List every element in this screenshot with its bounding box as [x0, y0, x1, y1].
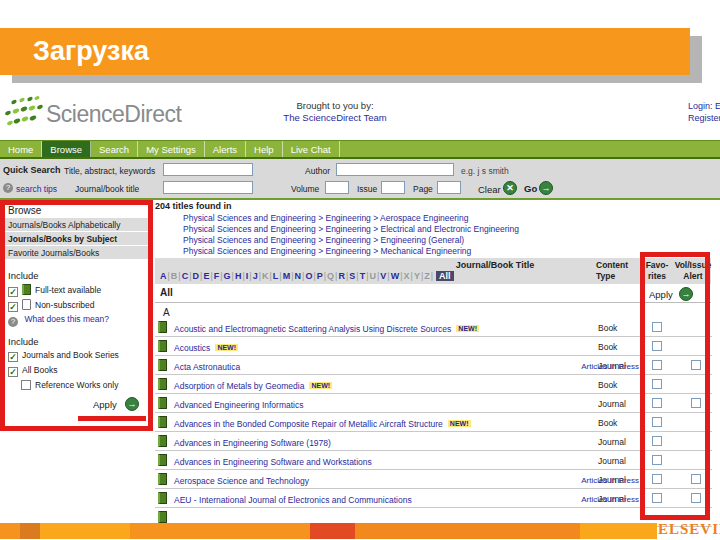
nav-tab-my-settings[interactable]: My Settings [138, 141, 205, 157]
content-type: Journal [598, 399, 626, 409]
alphabet-separator: | [400, 271, 402, 281]
alphabet-separator: | [220, 271, 222, 281]
volume-label: Volume [291, 184, 319, 194]
quick-search-label: Quick Search [3, 165, 61, 175]
articles-in-press-link[interactable]: Articles In Press [581, 495, 639, 504]
author-input[interactable] [336, 163, 454, 176]
alphabet-letter-b[interactable]: B [171, 271, 178, 281]
alphabet-letter-v[interactable]: V [380, 271, 386, 281]
category-breadcrumb[interactable]: Physical Sciences and Engineering > Engi… [183, 246, 471, 256]
alphabet-letter-p[interactable]: P [317, 271, 323, 281]
alphabet-letter-l[interactable]: L [273, 271, 279, 281]
issue-input[interactable] [381, 181, 405, 194]
alphabet-separator: | [168, 271, 170, 281]
row-title-link[interactable]: AEU - International Journal of Electroni… [174, 490, 412, 505]
alphabet-separator: | [431, 271, 433, 281]
row-title-link[interactable]: Adsorption of Metals by Geomedia [174, 376, 304, 391]
alphabet-separator: | [346, 271, 348, 281]
category-breadcrumb[interactable]: Physical Sciences and Engineering > Engi… [183, 224, 519, 234]
row-title-link[interactable]: Acta Astronautica [174, 357, 240, 372]
sciencedirect-logo-text: ScienceDirect [46, 101, 181, 128]
section-letter: A [163, 307, 170, 318]
clear-label: Clear [478, 184, 501, 195]
category-breadcrumb[interactable]: Physical Sciences and Engineering > Engi… [183, 235, 464, 245]
alphabet-letter-e[interactable]: E [203, 271, 209, 281]
footer-band-segment [580, 523, 657, 539]
alphabet-letter-u[interactable]: U [370, 271, 377, 281]
row-title-link[interactable]: Advances in Engineering Software and Wor… [174, 452, 372, 467]
nav-tab-browse[interactable]: Browse [42, 141, 91, 157]
brought-team-link[interactable]: The ScienceDirect Team [250, 112, 420, 124]
alphabet-letter-x[interactable]: X [404, 271, 410, 281]
search-tips-link[interactable]: search tips [16, 184, 57, 194]
alphabet-letter-m[interactable]: M [283, 271, 291, 281]
nav-tab-search[interactable]: Search [91, 141, 138, 157]
login-link[interactable]: Login: E [688, 100, 720, 112]
quick-search-band: Quick Search Title, abstract, keywords A… [0, 159, 720, 200]
articles-in-press-link[interactable]: Articles In Press [581, 362, 639, 371]
table-row: AcousticsNEW!Book [155, 337, 712, 356]
column-content-type: Content Type [596, 260, 638, 282]
journal-book-title-input[interactable] [163, 181, 253, 194]
row-title-link[interactable]: Advanced Engineering Informatics [174, 395, 303, 410]
alphabet-letter-q[interactable]: Q [327, 271, 334, 281]
alphabet-letter-i[interactable]: I [246, 271, 249, 281]
alphabet-letter-c[interactable]: C [182, 271, 189, 281]
slide-title-bar: Загрузка [0, 28, 690, 75]
go-button[interactable]: → [539, 181, 553, 195]
category-breadcrumb[interactable]: Physical Sciences and Engineering > Engi… [183, 213, 468, 223]
row-title-link[interactable]: Acoustics [174, 338, 210, 353]
volume-input[interactable] [325, 181, 349, 194]
alphabet-letter-k[interactable]: K [262, 271, 269, 281]
letter-filter-current: All [160, 287, 173, 298]
alphabet-separator: | [377, 271, 379, 281]
alphabet-letter-y[interactable]: Y [414, 271, 420, 281]
alphabet-letter-d[interactable]: D [193, 271, 200, 281]
alphabet-letter-h[interactable]: H [235, 271, 242, 281]
alphabet-letter-f[interactable]: F [214, 271, 220, 281]
nav-tab-help[interactable]: Help [246, 141, 283, 157]
page-input[interactable] [437, 181, 461, 194]
alphabet-letter-j[interactable]: J [253, 271, 258, 281]
register-link[interactable]: Register [688, 112, 720, 124]
articles-in-press-link[interactable]: Articles In Press [581, 476, 639, 485]
alphabet-letter-w[interactable]: W [391, 271, 400, 281]
alphabet-letter-s[interactable]: S [349, 271, 355, 281]
table-row: Acta AstronauticaJournalArticles In Pres… [155, 356, 712, 375]
row-title-link[interactable]: Acoustic and Electromagnetic Scattering … [174, 319, 451, 334]
go-label: Go [524, 183, 537, 194]
alphabet-letter-z[interactable]: Z [424, 271, 430, 281]
alphabet-letter-t[interactable]: T [360, 271, 366, 281]
book-icon [158, 492, 167, 504]
alphabet-letter-g[interactable]: G [224, 271, 231, 281]
row-title-link[interactable]: Advances in Engineering Software (1978) [174, 433, 331, 448]
alphabet-letter-n[interactable]: N [295, 271, 302, 281]
alphabet-letter-r[interactable]: R [338, 271, 345, 281]
alphabet-separator: | [249, 271, 251, 281]
alphabet-separator: | [356, 271, 358, 281]
table-row: Advances in Engineering Software and Wor… [155, 451, 712, 470]
sidebar-annotation-box [0, 200, 153, 431]
alphabet-separator: | [421, 271, 423, 281]
nav-tab-live-chat[interactable]: Live Chat [283, 141, 340, 157]
alphabet-letter-all[interactable]: All [436, 271, 454, 281]
alphabet-letter-a[interactable]: A [160, 271, 167, 281]
help-icon[interactable]: ? [3, 183, 13, 193]
table-row: Advances in Engineering Software (1978)J… [155, 432, 712, 451]
alphabet-separator: | [189, 271, 191, 281]
row-title-link[interactable]: Advances in the Bonded Composite Repair … [174, 414, 443, 429]
alphabet-separator: | [270, 271, 272, 281]
row-title-link[interactable]: Aerospace Science and Technology [174, 471, 309, 486]
book-icon [158, 454, 167, 466]
book-icon [158, 473, 167, 485]
nav-tab-home[interactable]: Home [0, 141, 42, 157]
nav-tab-alerts[interactable]: Alerts [205, 141, 246, 157]
content-type: Journal [598, 456, 626, 466]
alphabet-letter-o[interactable]: O [305, 271, 312, 281]
footer-band-segment [130, 523, 310, 539]
clear-button[interactable]: ✕ [503, 181, 517, 195]
author-hint: e.g. j s smith [461, 166, 509, 176]
title-abstract-keywords-input[interactable] [163, 163, 253, 176]
book-icon [158, 435, 167, 447]
results-count: 204 titles found in [155, 201, 232, 211]
